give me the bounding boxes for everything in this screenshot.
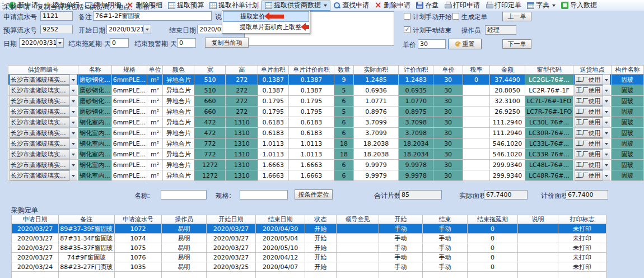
cell[interactable]: 未打印 xyxy=(558,224,606,234)
cell[interactable]: 6mmPLE... xyxy=(111,138,147,149)
cell[interactable]: LC48L-76#... xyxy=(525,160,573,170)
chevron-down-icon[interactable] xyxy=(143,25,151,34)
locate-by-condition-button[interactable]: 按条件定位 xyxy=(295,189,333,200)
cell[interactable]: 472 xyxy=(194,117,226,128)
cell[interactable]: 30 xyxy=(433,117,463,128)
table-row[interactable]: 2020/03/2789#37-39F窗固玻1072易明2020/03/2720… xyxy=(12,224,606,234)
cell[interactable]: 1.6663 xyxy=(258,160,288,170)
menu-item[interactable]: 提取定价 xyxy=(223,11,309,22)
cell[interactable]: 1.0113 xyxy=(288,138,334,149)
cell[interactable]: 1076 xyxy=(115,253,162,262)
cell[interactable]: 1310 xyxy=(226,160,258,170)
cell[interactable]: 开始 xyxy=(305,253,337,262)
cell[interactable]: 6 xyxy=(334,96,353,106)
operator-input[interactable] xyxy=(485,25,516,35)
cell[interactable]: 长沙市潇湘玻璃实... xyxy=(8,138,78,149)
cell[interactable]: m² xyxy=(147,96,163,106)
delay-input[interactable] xyxy=(110,38,129,48)
cell[interactable]: 2020/04/07 xyxy=(256,262,305,272)
start-date-select[interactable]: 2020/03/21 xyxy=(106,25,151,34)
cell[interactable]: 5 xyxy=(334,106,353,117)
cell[interactable]: m² xyxy=(147,75,163,85)
cell[interactable]: 长沙市潇湘玻璃实... xyxy=(8,85,78,96)
cell[interactable]: 固玻 xyxy=(611,85,643,96)
cell[interactable]: 88#23-27F门页玻 xyxy=(59,262,115,272)
table-row[interactable]: 长沙市潇湘玻璃实...钢化室内...6mmPLE...m²异地合片7721310… xyxy=(8,149,644,160)
column-header[interactable]: 结束拖延期 xyxy=(468,215,518,224)
column-header[interactable]: 单位 xyxy=(147,66,163,75)
column-header[interactable]: 高 xyxy=(226,66,258,75)
column-header[interactable]: 名称 xyxy=(78,66,112,75)
cell[interactable]: 1075 xyxy=(115,243,162,253)
cell[interactable]: 2020/03/27 xyxy=(12,253,59,262)
cell[interactable]: 手动 xyxy=(423,262,468,272)
chevron-down-icon[interactable] xyxy=(56,39,63,47)
cell[interactable]: 0.1387 xyxy=(258,85,288,96)
cell[interactable]: 510 xyxy=(194,75,226,85)
cell[interactable]: 6 xyxy=(334,160,353,170)
cell[interactable]: 2020/03/27 xyxy=(207,234,256,243)
filter-spec-input[interactable] xyxy=(240,190,288,200)
cell[interactable]: LC2GL-76#... xyxy=(525,75,573,85)
cell[interactable]: 1072 xyxy=(115,224,162,234)
cell[interactable] xyxy=(162,272,207,278)
cell[interactable]: 9.9979 xyxy=(353,170,399,181)
cell[interactable]: 30 xyxy=(433,96,463,106)
cell[interactable]: 0.1795 xyxy=(258,96,288,106)
chevron-down-icon[interactable] xyxy=(69,96,77,106)
cell[interactable]: 0.1795 xyxy=(258,106,288,117)
cell[interactable]: 1310 xyxy=(226,128,258,138)
chevron-down-icon[interactable] xyxy=(69,170,77,180)
table-row[interactable]: 长沙市潇湘玻璃实...钢化室内...6mmPLE...m²异地合片1272131… xyxy=(8,170,644,181)
cell[interactable]: 30 xyxy=(433,128,463,138)
cell[interactable] xyxy=(59,272,115,278)
cell[interactable]: m² xyxy=(147,117,163,128)
cell[interactable]: 异地合片 xyxy=(162,117,194,128)
cell[interactable]: 工厂使用 xyxy=(573,160,612,170)
chevron-down-icon[interactable] xyxy=(603,160,610,170)
cell[interactable]: 手动 xyxy=(423,234,468,243)
table-row[interactable]: 2020/03/2488#23-27F门页玻1035易明2020/03/2520… xyxy=(12,262,606,272)
chevron-down-icon[interactable] xyxy=(69,138,77,149)
cell[interactable]: 异地合片 xyxy=(162,128,194,138)
cell[interactable]: 660 xyxy=(194,106,226,117)
cell[interactable]: m² xyxy=(147,138,163,149)
chevron-down-icon[interactable] xyxy=(69,117,77,127)
cell[interactable]: 固玻 xyxy=(611,96,643,106)
cell[interactable]: 18.2038 xyxy=(353,138,399,149)
cell[interactable]: 3.7098 xyxy=(399,128,433,138)
cell[interactable]: 0.6183 xyxy=(288,128,334,138)
chevron-down-icon[interactable] xyxy=(69,128,77,138)
cell[interactable]: 1310 xyxy=(226,117,258,128)
column-header[interactable]: 申请日期 xyxy=(12,215,59,224)
cell[interactable] xyxy=(256,272,305,278)
chevron-down-icon[interactable] xyxy=(69,160,77,170)
cell[interactable]: 手动 xyxy=(379,243,423,253)
cell[interactable]: LC2R-76#-1F xyxy=(525,85,573,96)
cell[interactable]: 0.6183 xyxy=(258,128,288,138)
next-order-button[interactable]: 下一单 xyxy=(502,39,531,49)
cell[interactable]: 5 xyxy=(334,85,353,96)
table-row[interactable] xyxy=(12,272,606,278)
cell[interactable]: 磨砂钢化... xyxy=(78,75,112,85)
cell[interactable]: 异地合片 xyxy=(162,160,194,170)
column-header[interactable]: 备注 xyxy=(59,215,115,224)
cell[interactable]: m² xyxy=(147,106,163,117)
cell[interactable]: 1272 xyxy=(194,170,226,181)
cell[interactable]: 2020/03/27 xyxy=(207,243,256,253)
cell[interactable]: 1.2483 xyxy=(399,75,433,85)
cell[interactable]: 未打印 xyxy=(558,262,606,272)
column-header[interactable]: 结束日期 xyxy=(256,215,305,224)
cell[interactable]: 87#31-34F窗固玻 xyxy=(59,234,115,243)
cell[interactable]: 手动 xyxy=(379,234,423,243)
budget-input[interactable] xyxy=(40,25,73,34)
cell[interactable]: 长沙市潇湘玻璃实... xyxy=(8,128,78,138)
cell[interactable]: 异地合片 xyxy=(162,138,194,149)
cell[interactable]: 工厂使用 xyxy=(573,128,612,138)
serial-input[interactable] xyxy=(40,11,73,21)
cell[interactable] xyxy=(518,243,558,253)
cell[interactable]: LC48R-76#... xyxy=(525,170,573,181)
cell[interactable]: 固玻 xyxy=(611,128,643,138)
cell[interactable]: 0.8975 xyxy=(399,106,433,117)
cell[interactable]: 0 xyxy=(463,75,490,85)
